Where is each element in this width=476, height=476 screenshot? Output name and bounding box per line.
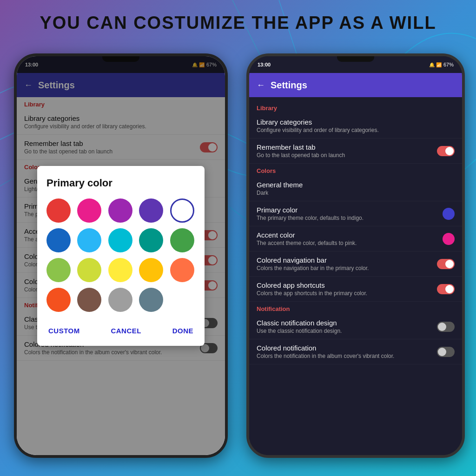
accent-color-dot[interactable] [443, 233, 455, 245]
color-teal-light[interactable] [108, 228, 132, 252]
dialog-actions: CUSTOM CANCEL DONE [46, 321, 195, 338]
setting-colored-notif-right[interactable]: Colored notification Colors the notifica… [249, 339, 462, 364]
color-blue-light[interactable] [77, 228, 101, 252]
back-arrow-right[interactable]: ← [257, 80, 265, 90]
section-library-header-right: Library [249, 101, 462, 113]
setting-accent-color-right[interactable]: Accent color The accent theme color, def… [249, 226, 462, 251]
color-picker-dialog: Primary color [37, 166, 205, 346]
phone-left: 13:00 🔔 📶 67% ← Settings Library Library… [14, 53, 228, 458]
color-red[interactable] [46, 198, 71, 223]
toggle-classic-notif-right[interactable] [437, 322, 455, 332]
color-amber[interactable] [139, 258, 163, 282]
toggle-colored-shortcuts-right[interactable] [437, 284, 455, 294]
primary-color-dot[interactable] [443, 208, 455, 220]
color-blue-grey[interactable] [139, 288, 163, 312]
dialog-overlay: Primary color [17, 56, 225, 455]
color-pink-hot[interactable] [77, 198, 101, 223]
toggle-colored-nav-right[interactable] [437, 259, 455, 269]
setting-colored-shortcuts-right[interactable]: Colored app shortcuts Colors the app sho… [249, 277, 462, 302]
toggle-colored-notif-right[interactable] [437, 347, 455, 357]
section-colors-right: Colors General theme Dark Primary color … [249, 164, 462, 302]
setting-classic-notif-right[interactable]: Classic notification design Use the clas… [249, 314, 462, 339]
color-indigo-selected[interactable] [170, 198, 194, 223]
toggle-remember-tab-right[interactable] [437, 146, 455, 156]
app-bar-title-right: Settings [271, 80, 307, 91]
color-green[interactable] [170, 228, 194, 252]
status-time-right: 13:00 [258, 62, 271, 67]
color-blue[interactable] [46, 228, 71, 252]
color-purple-light[interactable] [108, 198, 132, 223]
settings-content-right: Library Library categories Configure vis… [249, 97, 462, 455]
status-battery-right: 67% [443, 62, 454, 67]
dialog-title: Primary color [46, 177, 195, 189]
section-colors-header-right: Colors [249, 164, 462, 176]
color-orange[interactable] [170, 258, 194, 282]
color-yellow[interactable] [108, 258, 132, 282]
section-notification-header-right: Notification [249, 302, 462, 314]
setting-library-categories-right[interactable]: Library categories Configure visibility … [249, 113, 462, 139]
cancel-button[interactable]: CANCEL [109, 323, 143, 338]
page-title: You Can Costumize The App As A Will [0, 13, 476, 33]
section-notification-right: Notification Classic notification design… [249, 302, 462, 364]
custom-button[interactable]: CUSTOM [46, 323, 82, 338]
color-purple-deep[interactable] [139, 198, 163, 223]
setting-general-theme-right[interactable]: General theme Dark [249, 176, 462, 201]
color-orange-deep[interactable] [46, 288, 71, 312]
app-bar-right: ← Settings [249, 73, 462, 97]
setting-remember-tab-right[interactable]: Remember last tab Go to the last opened … [249, 139, 462, 164]
color-brown[interactable] [77, 288, 101, 312]
color-teal[interactable] [139, 228, 163, 252]
color-lime-green[interactable] [46, 258, 71, 282]
setting-primary-color-right[interactable]: Primary color The primary theme color, d… [249, 201, 462, 226]
setting-colored-nav-right[interactable]: Colored navigation bar Colors the naviga… [249, 251, 462, 277]
done-button[interactable]: DONE [171, 323, 195, 338]
color-yellow-green[interactable] [77, 258, 101, 282]
color-grey[interactable] [108, 288, 132, 312]
section-library-right: Library Library categories Configure vis… [249, 101, 462, 164]
color-grid [46, 198, 195, 312]
phone-right: 13:00 🔔 📶 67% ← Settings Library Library… [246, 53, 465, 458]
